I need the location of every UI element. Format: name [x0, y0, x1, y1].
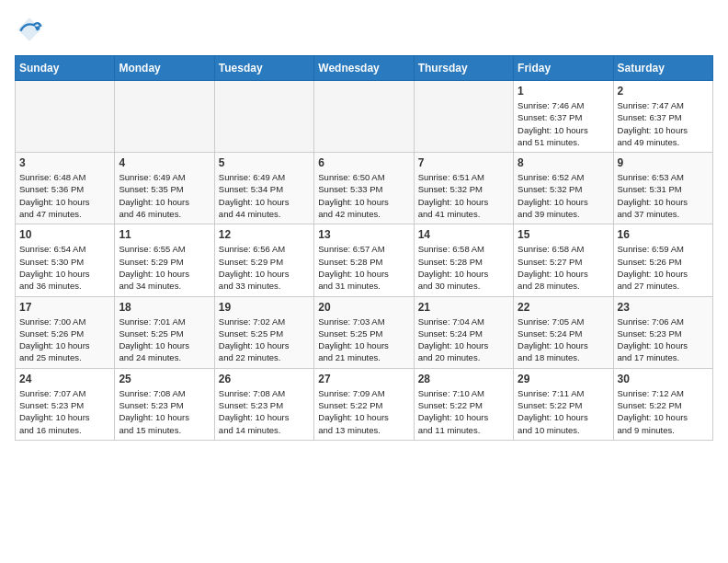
day-number: 11	[119, 228, 210, 241]
calendar-header-wednesday: Wednesday	[314, 56, 414, 81]
day-info: Sunrise: 7:08 AM Sunset: 5:23 PM Dayligh…	[219, 387, 310, 436]
day-number: 13	[318, 228, 409, 241]
day-number: 3	[19, 156, 110, 169]
calendar-header-row: SundayMondayTuesdayWednesdayThursdayFrid…	[16, 56, 713, 81]
calendar-day: 21Sunrise: 7:04 AM Sunset: 5:24 PM Dayli…	[414, 296, 513, 368]
day-info: Sunrise: 7:12 AM Sunset: 5:22 PM Dayligh…	[618, 387, 709, 436]
day-info: Sunrise: 6:59 AM Sunset: 5:26 PM Dayligh…	[618, 243, 709, 292]
day-number: 29	[518, 373, 609, 385]
calendar-day: 7Sunrise: 6:51 AM Sunset: 5:32 PM Daylig…	[414, 153, 513, 224]
calendar-week-2: 3Sunrise: 6:48 AM Sunset: 5:36 PM Daylig…	[16, 153, 713, 224]
calendar-day: 10Sunrise: 6:54 AM Sunset: 5:30 PM Dayli…	[16, 224, 115, 296]
calendar-day: 11Sunrise: 6:55 AM Sunset: 5:29 PM Dayli…	[115, 224, 214, 296]
calendar-day: 17Sunrise: 7:00 AM Sunset: 5:26 PM Dayli…	[16, 296, 115, 368]
calendar-header-saturday: Saturday	[613, 56, 712, 81]
calendar-day: 15Sunrise: 6:58 AM Sunset: 5:27 PM Dayli…	[514, 224, 613, 296]
calendar-day: 28Sunrise: 7:10 AM Sunset: 5:22 PM Dayli…	[414, 368, 513, 440]
calendar-day: 25Sunrise: 7:08 AM Sunset: 5:23 PM Dayli…	[115, 368, 214, 440]
calendar-day: 13Sunrise: 6:57 AM Sunset: 5:28 PM Dayli…	[314, 224, 414, 296]
day-info: Sunrise: 6:53 AM Sunset: 5:31 PM Dayligh…	[618, 171, 709, 220]
calendar-day: 23Sunrise: 7:06 AM Sunset: 5:23 PM Dayli…	[613, 296, 712, 368]
day-info: Sunrise: 7:05 AM Sunset: 5:24 PM Dayligh…	[518, 316, 609, 364]
day-info: Sunrise: 6:58 AM Sunset: 5:27 PM Dayligh…	[518, 243, 609, 292]
day-info: Sunrise: 6:51 AM Sunset: 5:32 PM Dayligh…	[418, 171, 509, 220]
day-info: Sunrise: 7:03 AM Sunset: 5:25 PM Dayligh…	[318, 316, 409, 364]
day-number: 27	[318, 373, 409, 385]
day-number: 6	[318, 156, 409, 169]
calendar-week-4: 17Sunrise: 7:00 AM Sunset: 5:26 PM Dayli…	[16, 296, 713, 368]
day-info: Sunrise: 6:55 AM Sunset: 5:29 PM Dayligh…	[119, 243, 210, 292]
day-info: Sunrise: 7:00 AM Sunset: 5:26 PM Dayligh…	[19, 316, 110, 364]
calendar-day: 1Sunrise: 7:46 AM Sunset: 6:37 PM Daylig…	[514, 81, 613, 153]
calendar-day: 6Sunrise: 6:50 AM Sunset: 5:33 PM Daylig…	[314, 153, 414, 224]
calendar-week-5: 24Sunrise: 7:07 AM Sunset: 5:23 PM Dayli…	[16, 368, 713, 440]
day-number: 1	[518, 85, 609, 98]
day-number: 7	[418, 156, 509, 169]
logo	[15, 15, 50, 44]
day-info: Sunrise: 6:58 AM Sunset: 5:28 PM Dayligh…	[418, 243, 509, 292]
calendar-day: 8Sunrise: 6:52 AM Sunset: 5:32 PM Daylig…	[514, 153, 613, 224]
calendar-day	[115, 81, 214, 153]
day-info: Sunrise: 7:47 AM Sunset: 6:37 PM Dayligh…	[618, 99, 709, 148]
day-number: 19	[219, 301, 310, 314]
calendar-day: 5Sunrise: 6:49 AM Sunset: 5:34 PM Daylig…	[214, 153, 313, 224]
calendar-header-tuesday: Tuesday	[214, 56, 313, 81]
day-info: Sunrise: 7:06 AM Sunset: 5:23 PM Dayligh…	[618, 316, 709, 364]
calendar-header-monday: Monday	[115, 56, 214, 81]
logo-icon	[15, 15, 44, 44]
calendar-day: 2Sunrise: 7:47 AM Sunset: 6:37 PM Daylig…	[613, 81, 712, 153]
day-number: 2	[618, 85, 709, 98]
day-info: Sunrise: 6:49 AM Sunset: 5:34 PM Dayligh…	[219, 171, 310, 220]
page: SundayMondayTuesdayWednesdayThursdayFrid…	[0, 0, 728, 455]
calendar-header-friday: Friday	[514, 56, 613, 81]
day-info: Sunrise: 6:57 AM Sunset: 5:28 PM Dayligh…	[318, 243, 409, 292]
day-number: 9	[618, 156, 709, 169]
calendar-day: 27Sunrise: 7:09 AM Sunset: 5:22 PM Dayli…	[314, 368, 414, 440]
calendar-day: 16Sunrise: 6:59 AM Sunset: 5:26 PM Dayli…	[613, 224, 712, 296]
day-info: Sunrise: 7:09 AM Sunset: 5:22 PM Dayligh…	[318, 387, 409, 436]
calendar-day: 26Sunrise: 7:08 AM Sunset: 5:23 PM Dayli…	[214, 368, 313, 440]
day-number: 22	[518, 301, 609, 314]
day-number: 26	[219, 373, 310, 385]
day-number: 16	[618, 228, 709, 241]
day-number: 24	[19, 373, 110, 385]
day-number: 5	[219, 156, 310, 169]
calendar-day	[314, 81, 414, 153]
day-number: 17	[19, 301, 110, 314]
calendar-day: 18Sunrise: 7:01 AM Sunset: 5:25 PM Dayli…	[115, 296, 214, 368]
day-info: Sunrise: 6:54 AM Sunset: 5:30 PM Dayligh…	[19, 243, 110, 292]
day-number: 15	[518, 228, 609, 241]
calendar-day: 20Sunrise: 7:03 AM Sunset: 5:25 PM Dayli…	[314, 296, 414, 368]
calendar-day: 24Sunrise: 7:07 AM Sunset: 5:23 PM Dayli…	[16, 368, 115, 440]
calendar-day: 29Sunrise: 7:11 AM Sunset: 5:22 PM Dayli…	[514, 368, 613, 440]
day-info: Sunrise: 7:02 AM Sunset: 5:25 PM Dayligh…	[219, 316, 310, 364]
calendar-week-1: 1Sunrise: 7:46 AM Sunset: 6:37 PM Daylig…	[16, 81, 713, 153]
day-info: Sunrise: 7:10 AM Sunset: 5:22 PM Dayligh…	[418, 387, 509, 436]
calendar: SundayMondayTuesdayWednesdayThursdayFrid…	[15, 55, 713, 441]
calendar-day: 3Sunrise: 6:48 AM Sunset: 5:36 PM Daylig…	[16, 153, 115, 224]
day-number: 30	[618, 373, 709, 385]
calendar-week-3: 10Sunrise: 6:54 AM Sunset: 5:30 PM Dayli…	[16, 224, 713, 296]
calendar-day	[414, 81, 513, 153]
day-info: Sunrise: 7:08 AM Sunset: 5:23 PM Dayligh…	[119, 387, 210, 436]
day-number: 28	[418, 373, 509, 385]
day-number: 20	[318, 301, 409, 314]
day-number: 21	[418, 301, 509, 314]
day-number: 25	[119, 373, 210, 385]
day-info: Sunrise: 7:01 AM Sunset: 5:25 PM Dayligh…	[119, 316, 210, 364]
day-number: 23	[618, 301, 709, 314]
day-info: Sunrise: 7:11 AM Sunset: 5:22 PM Dayligh…	[518, 387, 609, 436]
header	[15, 15, 713, 44]
calendar-header-thursday: Thursday	[414, 56, 513, 81]
day-number: 8	[518, 156, 609, 169]
calendar-day: 19Sunrise: 7:02 AM Sunset: 5:25 PM Dayli…	[214, 296, 313, 368]
calendar-day: 12Sunrise: 6:56 AM Sunset: 5:29 PM Dayli…	[214, 224, 313, 296]
day-info: Sunrise: 6:49 AM Sunset: 5:35 PM Dayligh…	[119, 171, 210, 220]
day-number: 4	[119, 156, 210, 169]
calendar-day	[16, 81, 115, 153]
day-number: 10	[19, 228, 110, 241]
day-info: Sunrise: 6:56 AM Sunset: 5:29 PM Dayligh…	[219, 243, 310, 292]
day-info: Sunrise: 7:04 AM Sunset: 5:24 PM Dayligh…	[418, 316, 509, 364]
calendar-day: 9Sunrise: 6:53 AM Sunset: 5:31 PM Daylig…	[613, 153, 712, 224]
day-info: Sunrise: 6:50 AM Sunset: 5:33 PM Dayligh…	[318, 171, 409, 220]
